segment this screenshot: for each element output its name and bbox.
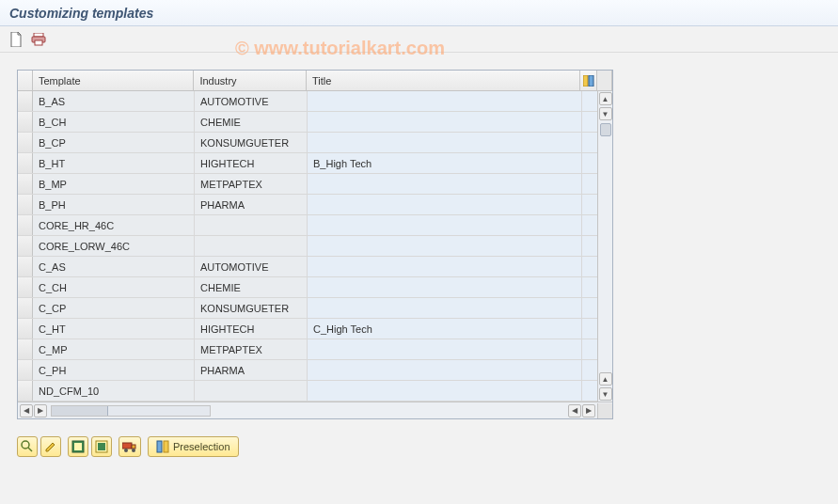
cell-industry[interactable]: PHARMA — [195, 195, 308, 214]
scroll-up-step-icon[interactable]: ▲ — [599, 372, 612, 386]
row-selector[interactable] — [18, 91, 33, 111]
cell-template[interactable]: C_CH — [33, 277, 195, 297]
row-selector[interactable] — [18, 133, 33, 152]
cell-industry[interactable]: PHARMA — [195, 360, 308, 380]
table-row[interactable]: B_CPKONSUMGUETER — [18, 133, 612, 153]
cell-template[interactable]: B_CH — [33, 112, 195, 132]
table-row[interactable]: B_ASAUTOMOTIVE — [18, 91, 612, 112]
cell-template[interactable]: CORE_LORW_46C — [33, 236, 195, 256]
cell-industry[interactable]: AUTOMOTIVE — [195, 91, 308, 111]
vertical-scroll-thumb[interactable] — [600, 123, 611, 136]
scroll-left-icon[interactable]: ◀ — [20, 404, 33, 417]
cell-template[interactable]: C_PH — [33, 360, 195, 380]
cell-title[interactable]: C_High Tech — [308, 319, 582, 339]
cell-industry[interactable]: KONSUMGUETER — [195, 298, 308, 318]
cell-template[interactable]: C_MP — [33, 339, 195, 359]
table-row[interactable]: ND_CFM_10 — [18, 381, 612, 402]
edit-button[interactable] — [40, 436, 61, 457]
row-selector[interactable] — [18, 381, 33, 401]
table-row[interactable]: C_MPMETPAPTEX — [18, 339, 612, 360]
cell-title[interactable]: B_High Tech — [308, 153, 582, 173]
cell-template[interactable]: B_CP — [33, 133, 195, 152]
deselect-all-button[interactable] — [91, 436, 112, 457]
details-button[interactable] — [17, 436, 38, 457]
column-header-template[interactable]: Template — [33, 71, 194, 90]
cell-industry[interactable]: HIGHTECH — [195, 153, 308, 173]
cell-industry[interactable]: METPAPTEX — [195, 339, 308, 359]
cell-template[interactable]: B_AS — [33, 91, 195, 111]
row-selector[interactable] — [18, 215, 33, 235]
cell-template[interactable]: ND_CFM_10 — [33, 381, 195, 401]
table-row[interactable]: B_PHPHARMA — [18, 195, 612, 215]
cell-industry[interactable]: AUTOMOTIVE — [195, 257, 308, 276]
cell-template[interactable]: C_HT — [33, 319, 195, 339]
cell-template[interactable]: B_PH — [33, 195, 195, 214]
cell-template[interactable]: CORE_HR_46C — [33, 215, 195, 235]
table-row[interactable]: B_HTHIGHTECHB_High Tech — [18, 153, 612, 174]
hscroll-track[interactable] — [51, 405, 211, 417]
scroll-down-step-icon[interactable]: ▼ — [599, 107, 612, 120]
cell-title[interactable] — [308, 112, 582, 132]
row-selector[interactable] — [18, 112, 33, 132]
cell-template[interactable]: B_MP — [33, 174, 195, 194]
row-selector[interactable] — [18, 195, 33, 214]
row-selector[interactable] — [18, 153, 33, 173]
cell-template[interactable]: C_AS — [33, 257, 195, 276]
row-selector[interactable] — [18, 319, 33, 339]
cell-title[interactable] — [308, 298, 582, 318]
table-row[interactable]: C_ASAUTOMOTIVE — [18, 257, 612, 277]
horizontal-scrollbar[interactable]: ◀ ▶ ◀ ▶ — [18, 402, 612, 418]
cell-industry[interactable]: CHEMIE — [195, 112, 308, 132]
transport-button[interactable] — [119, 436, 141, 457]
table-row[interactable]: C_CPKONSUMGUETER — [18, 298, 612, 319]
scroll-right-icon[interactable]: ▶ — [582, 404, 595, 417]
print-icon[interactable] — [30, 31, 47, 48]
new-document-icon[interactable] — [8, 31, 24, 48]
configure-columns-button[interactable] — [580, 71, 597, 90]
column-header-title[interactable]: Title — [307, 71, 580, 90]
table-row[interactable]: B_CHCHEMIE — [18, 112, 612, 133]
cell-template[interactable]: B_HT — [33, 153, 195, 173]
cell-title[interactable] — [308, 257, 582, 276]
scroll-down-icon[interactable]: ▼ — [599, 387, 612, 401]
cell-industry[interactable] — [195, 381, 308, 401]
table-row[interactable]: C_HTHIGHTECHC_High Tech — [18, 319, 612, 339]
table-row[interactable]: CORE_LORW_46C — [18, 236, 612, 257]
row-selector[interactable] — [18, 360, 33, 380]
scroll-up-icon[interactable]: ▲ — [599, 92, 612, 105]
cell-industry[interactable]: KONSUMGUETER — [195, 133, 308, 152]
table-row[interactable]: C_PHPHARMA — [18, 360, 612, 381]
cell-template[interactable]: C_CP — [33, 298, 195, 318]
select-all-button[interactable] — [68, 436, 88, 457]
row-selector[interactable] — [18, 339, 33, 359]
row-selector[interactable] — [18, 298, 33, 318]
table-row[interactable]: B_MPMETPAPTEX — [18, 174, 612, 195]
cell-industry[interactable] — [195, 215, 308, 235]
cell-title[interactable] — [308, 360, 582, 380]
cell-title[interactable] — [308, 91, 582, 111]
row-selector[interactable] — [18, 236, 33, 256]
vertical-scrollbar[interactable]: ▲ ▼ ▲ ▼ — [597, 91, 612, 402]
cell-industry[interactable] — [195, 236, 308, 256]
row-selector[interactable] — [18, 277, 33, 297]
horizontal-scroll-thumb[interactable] — [52, 406, 108, 416]
row-selector[interactable] — [18, 257, 33, 276]
scroll-right-step-icon[interactable]: ▶ — [34, 404, 47, 417]
table-row[interactable]: CORE_HR_46C — [18, 215, 612, 236]
cell-title[interactable] — [308, 277, 582, 297]
cell-industry[interactable]: METPAPTEX — [195, 174, 308, 194]
cell-title[interactable] — [308, 195, 582, 214]
scroll-left-step-icon[interactable]: ◀ — [568, 404, 581, 417]
column-selector[interactable] — [18, 71, 33, 90]
column-header-industry[interactable]: Industry — [194, 71, 307, 90]
cell-title[interactable] — [308, 174, 582, 194]
cell-title[interactable] — [308, 215, 582, 235]
cell-industry[interactable]: CHEMIE — [195, 277, 308, 297]
cell-title[interactable] — [308, 133, 582, 152]
preselection-button[interactable]: Preselection — [148, 436, 239, 457]
cell-title[interactable] — [308, 339, 582, 359]
row-selector[interactable] — [18, 174, 33, 194]
cell-title[interactable] — [308, 381, 582, 401]
table-row[interactable]: C_CHCHEMIE — [18, 277, 612, 298]
cell-title[interactable] — [308, 236, 582, 256]
